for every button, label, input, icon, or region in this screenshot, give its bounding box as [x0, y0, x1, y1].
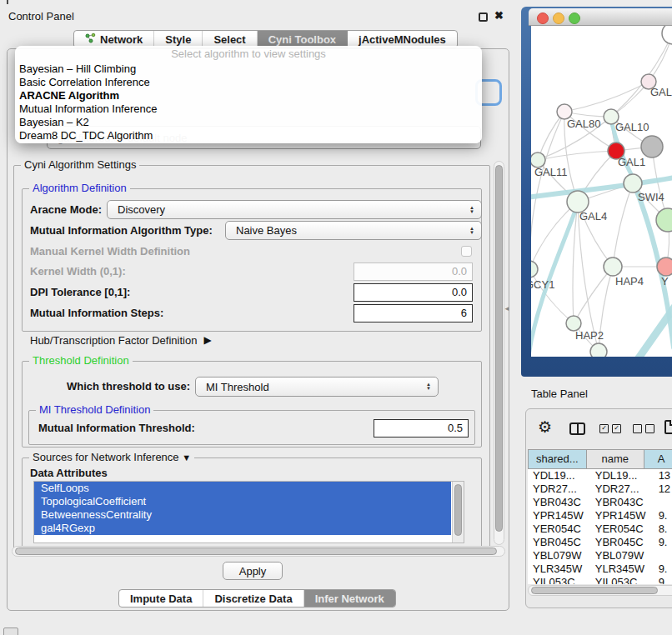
expand-right-icon: ▶: [203, 334, 211, 346]
table-row[interactable]: YBR043CYBR043C: [528, 496, 672, 509]
network-tab-icon: [85, 32, 96, 46]
algorithm-option-dream8-dc-tdc-algorithm[interactable]: Dream8 DC_TDC Algorithm: [15, 129, 482, 142]
cell: YPR145W: [590, 509, 652, 522]
node-label: GAL80: [567, 118, 600, 130]
network-node-swi4[interactable]: [624, 174, 642, 192]
window-zoom-button[interactable]: [569, 12, 580, 24]
network-edge: [538, 112, 564, 160]
attribute-item-betweennesscentrality[interactable]: BetweennessCentrality: [34, 508, 451, 522]
popup-item-list: Bayesian – Hill ClimbingBasic Correlatio…: [15, 62, 482, 142]
mi-steps-value: 6: [461, 307, 467, 319]
algorithm-option-aracne-algorithm[interactable]: ARACNE Algorithm: [15, 89, 482, 102]
hub-definition-expander[interactable]: Hub/Transcription Factor Definition ▶: [30, 332, 212, 348]
settings-vertical-scrollbar[interactable]: [494, 161, 504, 545]
network-node[interactable]: [662, 26, 672, 44]
tab-discretize-data[interactable]: Discretize Data: [203, 590, 303, 607]
table-row[interactable]: YBR045CYBR045C9.: [528, 536, 672, 549]
algorithm-option-basic-correlation-inference[interactable]: Basic Correlation Inference: [15, 76, 482, 89]
table-gear-button[interactable]: ⚙: [538, 419, 552, 436]
attribute-item-selfloops[interactable]: SelfLoops: [34, 482, 451, 495]
tab-select[interactable]: Select: [203, 31, 257, 48]
float-button[interactable]: [479, 12, 488, 22]
tab-network[interactable]: Network: [74, 31, 154, 48]
table-horizontal-scrollbar[interactable]: [528, 585, 672, 596]
tab-cyni-toolbox[interactable]: Cyni Toolbox: [258, 31, 348, 48]
apply-button[interactable]: Apply: [223, 562, 283, 580]
cell: [652, 496, 672, 509]
network-window: GALGAL80GAL10GAL1GAL11SWI4GAL4GCY1HAP4YH…: [521, 7, 672, 377]
network-node[interactable]: [590, 343, 607, 357]
minimized-panel-fragment[interactable]: [3, 628, 18, 635]
algorithm-option-mutual-information-inference[interactable]: Mutual Information Inference: [15, 102, 482, 116]
tab-style[interactable]: Style: [154, 31, 203, 48]
network-graph[interactable]: GALGAL80GAL10GAL1GAL11SWI4GAL4GCY1HAP4YH…: [531, 26, 672, 357]
select-all-columns-button[interactable]: ✓ ✓: [599, 424, 621, 433]
bottom-tab-bar: Impute DataDiscretize DataInfer Network: [118, 589, 396, 608]
manual-kernel-checkbox[interactable]: [461, 246, 472, 257]
list-scrollbar[interactable]: [452, 482, 464, 542]
window-close-button[interactable]: [537, 12, 549, 24]
attribute-item-topologicalcoefficient[interactable]: TopologicalCoefficient: [34, 495, 451, 508]
attribute-item-gal4rgexp[interactable]: gal4RGexp: [34, 522, 451, 535]
table-row[interactable]: YBL079WYBL079W: [528, 549, 672, 562]
column-header-shared-[interactable]: shared...: [528, 449, 587, 469]
data-attributes-list[interactable]: SelfLoopsTopologicalCoefficientBetweenne…: [33, 481, 464, 543]
table-row[interactable]: YIL053CYIL053C9: [528, 576, 672, 584]
cell: 9.: [652, 509, 672, 522]
hub-definition-label: Hub/Transcription Factor Definition: [30, 334, 197, 347]
split-columns-button[interactable]: [569, 422, 585, 435]
network-node-y[interactable]: [657, 258, 672, 276]
node-label: HAP4: [615, 275, 644, 288]
collapse-down-icon[interactable]: ▼: [182, 452, 191, 462]
import-table-button[interactable]: [664, 420, 672, 434]
unchecked-box-icon: [645, 424, 654, 433]
dpi-tolerance-label: DPI Tolerance [0,1]:: [30, 283, 130, 302]
combo-arrows-icon: ▲▼: [469, 227, 474, 235]
column-header-name[interactable]: name: [587, 449, 644, 469]
table-row[interactable]: YPR145WYPR145W9.: [528, 509, 672, 522]
network-node-gcy1[interactable]: [531, 261, 538, 278]
network-edge: [574, 267, 613, 323]
deselect-all-columns-button[interactable]: [633, 424, 654, 433]
mi-threshold-group-title: MI Threshold Definition: [36, 403, 153, 416]
cell: YBL079W: [528, 549, 590, 562]
tab-label: Style: [165, 33, 191, 46]
which-threshold-combo[interactable]: MI Threshold ▲▼: [195, 377, 439, 397]
column-header-a[interactable]: A: [644, 449, 672, 469]
cell: YER054C: [528, 522, 590, 536]
checked-box-icon: ✓: [612, 424, 621, 433]
tab-jactivemnodules[interactable]: jActiveMNodules: [348, 31, 457, 48]
network-node-hap4[interactable]: [604, 258, 622, 276]
table-row[interactable]: YDL19...YDL19...13: [528, 469, 672, 482]
algorithm-option-bayesian-hill-climbing[interactable]: Bayesian – Hill Climbing: [15, 62, 482, 76]
tab-infer-network[interactable]: Infer Network: [304, 590, 395, 607]
mi-threshold-field[interactable]: 0.5: [374, 419, 469, 438]
network-edge: [564, 82, 649, 112]
cell: YBL079W: [590, 549, 652, 562]
close-button[interactable]: ✖: [494, 9, 506, 22]
tab-label: Network: [100, 33, 143, 46]
mi-steps-field[interactable]: 6: [354, 304, 473, 322]
tab-impute-data[interactable]: Impute Data: [119, 590, 203, 607]
table-row[interactable]: YDR27...YDR27...12: [528, 482, 672, 496]
network-canvas[interactable]: GALGAL80GAL10GAL1GAL11SWI4GAL4GCY1HAP4YH…: [531, 26, 672, 357]
cell: YDR27...: [590, 482, 652, 496]
cell: YER054C: [590, 522, 652, 536]
node-label: GAL: [650, 86, 672, 98]
split-pane-grip[interactable]: ◄: [504, 305, 510, 312]
dpi-tolerance-field[interactable]: 0.0: [354, 283, 473, 302]
aracne-mode-label: Aracne Mode:: [30, 200, 102, 219]
table-row[interactable]: YER054CYER054C8.: [528, 522, 672, 536]
aracne-mode-combo[interactable]: Discovery ▲▼: [107, 200, 482, 219]
network-node[interactable]: [641, 136, 663, 158]
kernel-width-field[interactable]: 0.0: [354, 262, 473, 281]
table-row[interactable]: YLR345WYLR345W9.: [528, 562, 672, 576]
close-icon: ✖: [494, 9, 504, 22]
mi-type-combo[interactable]: Naive Bayes ▲▼: [225, 221, 482, 240]
settings-horizontal-scrollbar[interactable]: [12, 546, 505, 557]
algorithm-option-bayesian-k2[interactable]: Bayesian – K2: [15, 116, 482, 129]
window-minimize-button[interactable]: [553, 12, 564, 24]
mi-type-value: Naive Bayes: [236, 224, 297, 237]
grip-left-icon: ◄: [504, 305, 510, 312]
network-window-titlebar[interactable]: [529, 8, 672, 26]
